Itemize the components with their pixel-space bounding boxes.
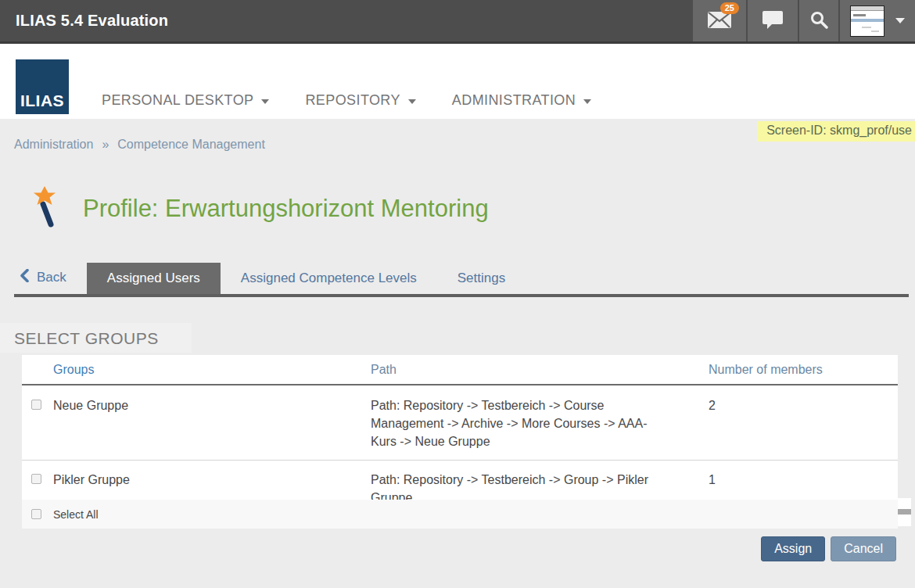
group-members: 2 [687,396,898,450]
mail-unread-badge: 25 [720,2,739,14]
breadcrumb-separator: » [102,138,109,152]
page-title-row: Profile: Erwartungshorizont Mentoring [0,186,915,231]
top-bar: ILIAS 5.4 Evaluation 25 [0,0,915,44]
row-checkbox[interactable] [31,474,41,484]
chevron-left-icon [20,269,29,286]
select-all-label: Select All [53,508,99,521]
back-label: Back [37,270,66,285]
search-icon [809,10,828,32]
logo-text: ILIAS [16,91,69,110]
groups-table: Groups Path Number of members Neue Grupp… [22,355,898,529]
tab-bar: Back Assigned Users Assigned Competence … [14,263,909,297]
user-menu-button[interactable] [840,0,915,41]
skill-wand-icon [28,186,61,231]
scrollbar-thumb[interactable] [898,509,911,514]
column-header-members: Number of members [687,363,898,377]
group-name: Pikler Gruppe [53,471,130,489]
chat-button[interactable] [748,0,798,41]
nav-label: ADMINISTRATION [452,92,576,109]
nav-label: REPOSITORY [305,92,400,109]
avatar [850,5,884,37]
group-name: Neue Gruppe [53,396,128,414]
nav-administration[interactable]: ADMINISTRATION [452,92,591,109]
scrollbar-track [898,498,911,526]
search-button[interactable] [799,0,838,41]
table-row: Neue Gruppe Path: Repository -> Testbere… [22,385,898,461]
back-button[interactable]: Back [14,269,87,294]
table-header-row: Groups Path Number of members [22,355,898,385]
site-header: ILIAS PERSONAL DESKTOP REPOSITORY ADMINI… [0,44,915,119]
nav-label: PERSONAL DESKTOP [102,92,253,109]
section-title: SELECT GROUPS [14,329,915,348]
page-title: Profile: Erwartungshorizont Mentoring [83,195,489,223]
assign-button[interactable]: Assign [761,536,825,561]
caret-down-icon [261,99,269,104]
screen-id-label: Screen-ID: skmg_prof/use [757,121,915,142]
breadcrumb-administration[interactable]: Administration [14,138,93,152]
cancel-button[interactable]: Cancel [831,536,896,561]
tab-settings[interactable]: Settings [437,263,526,294]
row-checkbox[interactable] [31,400,41,410]
mail-button[interactable]: 25 [693,0,746,41]
caret-down-icon [583,99,591,104]
nav-repository[interactable]: REPOSITORY [305,92,415,109]
ilias-app: ILIAS 5.4 Evaluation 25 [0,0,915,588]
tab-assigned-users[interactable]: Assigned Users [87,263,221,294]
ilias-logo[interactable]: ILIAS [16,59,69,114]
select-all-checkbox[interactable] [31,509,41,519]
breadcrumb-competence-management[interactable]: Competence Management [117,138,265,152]
group-name-cell: Pikler Gruppe [22,471,371,500]
caret-down-icon [408,99,416,104]
group-path: Path: Repository -> Testbereich -> Group… [371,471,687,500]
main-nav: PERSONAL DESKTOP REPOSITORY ADMINISTRATI… [102,92,591,109]
column-header-groups[interactable]: Groups [22,363,371,377]
nav-personal-desktop[interactable]: PERSONAL DESKTOP [102,92,269,109]
table-row: Pikler Gruppe Path: Repository -> Testbe… [22,461,898,500]
group-path: Path: Repository -> Testbereich -> Cours… [371,396,687,450]
caret-down-icon [895,18,905,23]
column-header-path: Path [371,363,687,377]
tab-assigned-competence-levels[interactable]: Assigned Competence Levels [221,263,437,294]
group-members: 1 [687,471,898,500]
action-bar: Assign Cancel [0,536,896,561]
group-name-cell: Neue Gruppe [22,396,371,450]
app-title: ILIAS 5.4 Evaluation [0,12,691,30]
chat-icon [762,9,784,33]
select-all-row: Select All [22,500,898,529]
